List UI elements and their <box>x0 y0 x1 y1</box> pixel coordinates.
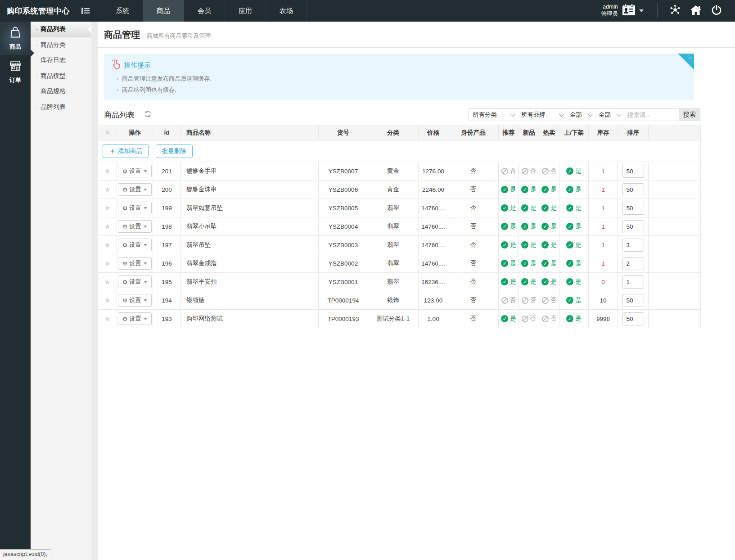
star-icon[interactable]: ★ <box>104 241 111 249</box>
check-circle-icon[interactable]: ✓ <box>501 315 508 322</box>
ban-circle-icon[interactable] <box>542 168 549 175</box>
check-circle-icon[interactable]: ✓ <box>501 241 508 248</box>
submenu-item-product-spec[interactable]: · 商品规格 <box>31 84 91 99</box>
check-circle-icon[interactable]: ✓ <box>521 204 528 212</box>
search-button[interactable]: 搜索 <box>679 109 700 121</box>
chevron-down-icon <box>144 281 147 283</box>
check-circle-icon[interactable]: ✓ <box>566 167 573 175</box>
sort-input[interactable] <box>622 275 644 289</box>
check-circle-icon[interactable]: ✓ <box>566 223 573 230</box>
refresh-button[interactable] <box>144 111 151 119</box>
check-circle-icon[interactable]: ✓ <box>541 278 549 285</box>
menu-item-system[interactable]: 系统 <box>102 0 143 22</box>
row-id: 193 <box>153 310 181 328</box>
submenu-item-stock-log[interactable]: · 库存日志 <box>31 53 91 68</box>
type-filter-select[interactable]: 全部 <box>595 109 624 121</box>
star-icon[interactable]: ★ <box>104 222 111 231</box>
star-icon[interactable]: ★ <box>104 296 111 305</box>
settings-button[interactable]: ⚙ 设置 <box>118 202 152 214</box>
check-circle-icon[interactable]: ✓ <box>566 260 573 267</box>
menu-item-apps[interactable]: 应用 <box>225 0 266 22</box>
menu-item-farm[interactable]: 农场 <box>266 0 307 22</box>
batch-delete-button[interactable]: 批量删除 <box>156 145 193 158</box>
cell-onsale: ✓是 <box>559 162 589 181</box>
check-circle-icon[interactable]: ✓ <box>541 241 549 248</box>
check-circle-icon[interactable]: ✓ <box>566 186 573 193</box>
sort-input[interactable] <box>622 220 644 233</box>
check-circle-icon[interactable]: ✓ <box>501 186 508 193</box>
check-circle-icon[interactable]: ✓ <box>541 204 549 212</box>
ban-circle-icon[interactable] <box>522 316 528 322</box>
user-menu[interactable]: admin 管理员 <box>601 4 650 18</box>
sort-input[interactable] <box>622 239 644 252</box>
sort-input[interactable] <box>622 202 644 215</box>
settings-button[interactable]: ⚙ 设置 <box>118 220 152 233</box>
sort-input[interactable] <box>622 257 644 270</box>
sidebar-toggle-button[interactable] <box>76 0 95 22</box>
submenu-item-product-model[interactable]: · 商品模型 <box>31 68 91 84</box>
check-circle-icon[interactable]: ✓ <box>541 186 549 193</box>
check-circle-icon[interactable]: ✓ <box>521 278 528 285</box>
star-icon[interactable]: ★ <box>104 204 111 212</box>
sort-input[interactable] <box>622 165 644 178</box>
settings-button[interactable]: ⚙ 设置 <box>118 312 152 325</box>
star-icon[interactable]: ★ <box>104 259 111 268</box>
check-circle-icon[interactable]: ✓ <box>541 260 549 267</box>
submenu-item-brand-list[interactable]: · 品牌列表 <box>31 99 91 115</box>
sidebar-module-orders[interactable]: 订单 <box>0 55 31 88</box>
settings-button[interactable]: ⚙ 设置 <box>118 275 152 288</box>
check-circle-icon[interactable]: ✓ <box>566 315 573 322</box>
menu-item-members[interactable]: 会员 <box>184 0 225 22</box>
settings-button[interactable]: ⚙ 设置 <box>118 257 152 270</box>
star-icon[interactable]: ★ <box>104 278 111 286</box>
check-circle-icon[interactable]: ✓ <box>521 223 528 230</box>
check-circle-icon[interactable]: ✓ <box>541 223 549 230</box>
star-icon[interactable]: ★ <box>104 185 111 194</box>
logout-button[interactable] <box>706 0 727 22</box>
submenu-item-product-category[interactable]: · 商品分类 <box>31 37 91 53</box>
star-cell: ★ <box>98 181 117 199</box>
actions-cell: ⚙ 设置 <box>117 254 153 273</box>
bullet-icon: · <box>36 57 38 64</box>
sort-input[interactable] <box>622 312 644 325</box>
star-icon[interactable]: ★ <box>104 315 111 323</box>
home-button[interactable] <box>685 0 706 22</box>
ban-circle-icon[interactable] <box>501 168 508 175</box>
status-label: 是 <box>575 223 582 230</box>
add-product-button[interactable]: ＋添加商品 <box>103 144 149 158</box>
ban-circle-icon[interactable] <box>522 297 528 304</box>
submenu-item-product-list[interactable]: · 商品列表 <box>31 22 91 37</box>
ban-circle-icon[interactable] <box>542 297 549 304</box>
star-icon[interactable]: ★ <box>104 167 111 176</box>
brand-filter-select[interactable]: 所有品牌 <box>518 109 566 121</box>
check-circle-icon[interactable]: ✓ <box>566 278 573 285</box>
check-circle-icon[interactable]: ✓ <box>521 186 528 193</box>
check-circle-icon[interactable]: ✓ <box>501 204 508 212</box>
check-circle-icon[interactable]: ✓ <box>566 241 573 248</box>
check-circle-icon[interactable]: ✓ <box>521 260 528 267</box>
sort-input[interactable] <box>622 294 644 307</box>
search-input[interactable] <box>624 109 679 121</box>
settings-button[interactable]: ⚙ 设置 <box>118 294 152 307</box>
sidebar-module-goods[interactable]: 商品 <box>0 22 31 55</box>
sort-input[interactable] <box>622 183 644 196</box>
check-circle-icon[interactable]: ✓ <box>501 223 508 230</box>
check-circle-icon[interactable]: ✓ <box>521 241 528 248</box>
ban-circle-icon[interactable] <box>501 297 508 304</box>
check-circle-icon[interactable]: ✓ <box>501 278 508 285</box>
ban-circle-icon[interactable] <box>522 168 528 175</box>
status-filter-select[interactable]: 全部 <box>566 109 595 121</box>
network-button[interactable] <box>665 0 685 22</box>
check-circle-icon[interactable]: ✓ <box>501 260 508 267</box>
settings-button[interactable]: ⚙ 设置 <box>118 239 152 251</box>
navbar-divider <box>657 3 658 18</box>
settings-button[interactable]: ⚙ 设置 <box>118 183 152 196</box>
check-circle-icon[interactable]: ✓ <box>566 297 573 304</box>
menu-item-goods[interactable]: 商品 <box>143 0 184 22</box>
minus-icon[interactable]: – <box>689 54 692 61</box>
shopping-bag-icon <box>9 26 22 41</box>
category-filter-select[interactable]: 所有分类 <box>469 109 518 121</box>
check-circle-icon[interactable]: ✓ <box>566 204 573 212</box>
ban-circle-icon[interactable] <box>542 316 549 322</box>
settings-button[interactable]: ⚙ 设置 <box>118 165 152 177</box>
